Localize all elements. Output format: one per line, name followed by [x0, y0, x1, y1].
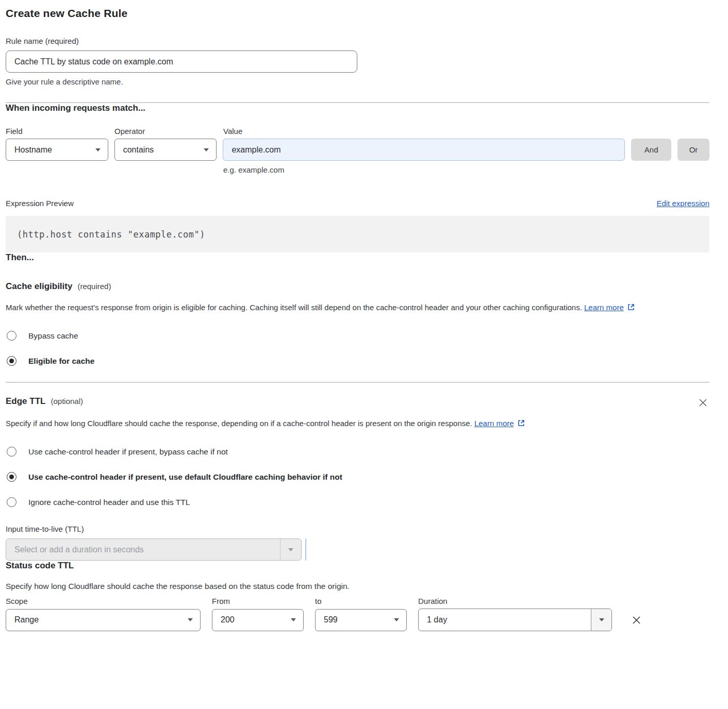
close-icon	[631, 620, 642, 628]
chevron-down-icon	[280, 539, 301, 560]
section-divider	[6, 382, 709, 383]
expression-preview-row: Expression Preview Edit expression	[6, 199, 709, 208]
edge-ttl-close-button[interactable]	[697, 396, 709, 409]
duration-value: 1 day	[419, 609, 591, 631]
field-label: Field	[6, 127, 108, 136]
operator-select-value: contains	[123, 145, 154, 155]
page-title: Create new Cache Rule	[6, 7, 709, 20]
edit-expression-link[interactable]: Edit expression	[656, 199, 709, 208]
cache-eligibility-description-text: Mark whether the request’s response from…	[6, 303, 582, 312]
radio-bypass-cache[interactable]: Bypass cache	[6, 331, 709, 341]
scope-select-value: Range	[14, 615, 39, 624]
match-inputs-row: Hostname contains And Or	[6, 139, 709, 161]
radio-label: Ignore cache-control header and use this…	[28, 498, 190, 507]
duration-combobox[interactable]: 1 day	[418, 609, 612, 631]
from-select[interactable]: 200	[212, 609, 304, 631]
chevron-down-icon	[95, 148, 101, 151]
duration-label: Duration	[418, 597, 612, 605]
delete-status-row-button[interactable]	[630, 613, 643, 627]
chevron-down-icon	[204, 148, 209, 151]
rule-name-input[interactable]	[6, 50, 357, 73]
cache-eligibility-required-tag: (required)	[77, 282, 111, 291]
radio-label: Use cache-control header if present, use…	[28, 472, 342, 482]
external-link-icon	[517, 417, 525, 432]
edge-ttl-heading-group: Edge TTL (optional)	[6, 396, 83, 407]
radio-icon	[7, 356, 16, 366]
value-hint: e.g. example.com	[6, 165, 709, 174]
cache-eligibility-description: Mark whether the request’s response from…	[6, 300, 697, 316]
cache-eligibility-header: Cache eligibility (required)	[6, 281, 709, 292]
edge-ttl-description: Specify if and how long Cloudflare shoul…	[6, 416, 697, 432]
expression-preview-label: Expression Preview	[6, 199, 74, 208]
external-link-icon	[627, 301, 635, 316]
radio-icon	[7, 472, 16, 482]
from-label: From	[212, 597, 304, 605]
radio-ignore-cc[interactable]: Ignore cache-control header and use this…	[6, 497, 709, 507]
status-code-ttl-heading: Status code TTL	[6, 561, 709, 571]
field-select-value: Hostname	[14, 145, 52, 155]
cache-eligibility-learn-more-link[interactable]: Learn more	[584, 303, 624, 312]
radio-use-cc-bypass[interactable]: Use cache-control header if present, byp…	[6, 447, 709, 457]
chevron-down-icon	[188, 618, 193, 621]
value-input[interactable]	[223, 139, 625, 161]
value-label: Value	[223, 127, 626, 136]
match-heading: When incoming requests match...	[6, 103, 709, 113]
status-labels-row: Scope From to Duration	[6, 597, 709, 605]
scope-select[interactable]: Range	[6, 609, 201, 631]
ttl-input-label: Input time-to-live (TTL)	[6, 525, 709, 533]
radio-icon	[7, 331, 16, 341]
to-select-value: 599	[324, 615, 338, 624]
radio-label: Bypass cache	[28, 331, 78, 341]
ttl-select-row: Select or add a duration in seconds	[6, 538, 709, 561]
rule-name-label: Rule name (required)	[6, 37, 709, 45]
radio-label: Use cache-control header if present, byp…	[28, 447, 228, 457]
expression-code-block: (http.host contains "example.com")	[6, 216, 709, 252]
chevron-down-icon	[591, 609, 611, 631]
status-inputs-row: Range 200 599 1 day	[6, 609, 709, 631]
expression-code: (http.host contains "example.com")	[17, 229, 205, 240]
edge-ttl-header: Edge TTL (optional)	[6, 396, 709, 409]
chevron-down-icon	[291, 618, 296, 621]
cache-eligibility-heading: Cache eligibility	[6, 281, 72, 292]
ttl-duration-placeholder: Select or add a duration in seconds	[6, 539, 280, 560]
match-labels-row: Field Operator Value	[6, 127, 709, 136]
status-code-ttl-description: Specify how long Cloudflare should cache…	[6, 582, 709, 591]
to-label: to	[315, 597, 407, 605]
radio-label: Eligible for cache	[28, 357, 94, 366]
radio-icon	[7, 447, 16, 457]
radio-eligible-for-cache[interactable]: Eligible for cache	[6, 356, 709, 366]
radio-use-cc-default[interactable]: Use cache-control header if present, use…	[6, 472, 709, 482]
field-select[interactable]: Hostname	[6, 139, 108, 161]
edge-ttl-heading: Edge TTL	[6, 396, 45, 407]
edge-ttl-description-text: Specify if and how long Cloudflare shoul…	[6, 419, 472, 428]
rule-name-hint: Give your rule a descriptive name.	[6, 77, 709, 86]
from-select-value: 200	[221, 615, 235, 624]
scope-label: Scope	[6, 597, 201, 605]
focus-indicator	[305, 538, 306, 561]
create-cache-rule-form: Create new Cache Rule Rule name (require…	[0, 0, 728, 644]
chevron-down-icon	[394, 618, 399, 621]
operator-label: Operator	[114, 127, 217, 136]
ttl-duration-select[interactable]: Select or add a duration in seconds	[6, 538, 302, 561]
operator-select[interactable]: contains	[114, 139, 217, 161]
edge-ttl-learn-more-link[interactable]: Learn more	[474, 419, 514, 428]
close-icon	[698, 402, 708, 410]
to-select[interactable]: 599	[315, 609, 407, 631]
radio-icon	[7, 497, 16, 507]
then-heading: Then...	[6, 252, 709, 263]
or-button[interactable]: Or	[677, 139, 709, 161]
edge-ttl-optional-tag: (optional)	[51, 397, 83, 406]
and-button[interactable]: And	[631, 139, 671, 161]
